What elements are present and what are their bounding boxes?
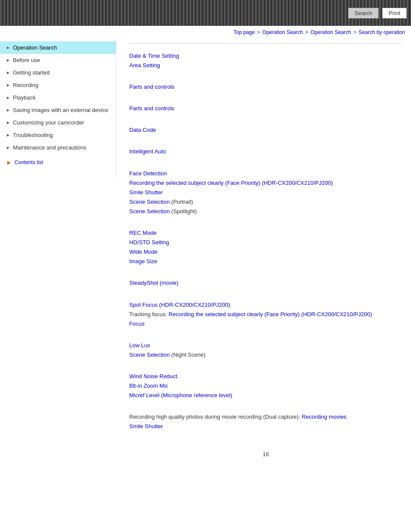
scene-selection-portrait-suffix: (Portrait) (170, 199, 193, 205)
sidebar: ► Operation Search ► Before use ► Gettin… (0, 39, 116, 178)
link-steadyshot[interactable]: SteadyShot (movie) (129, 278, 402, 288)
link-parts-controls-2[interactable]: Parts and controls (129, 104, 402, 113)
sidebar-item-saving-images[interactable]: ► Saving images with an external device (0, 104, 116, 116)
link-area-setting[interactable]: Area Setting (129, 61, 402, 70)
link-low-lux[interactable]: Low Lux (129, 341, 402, 350)
recording-high-quality-prefix: Recording high quality photos during mov… (129, 414, 302, 420)
link-tracking-focus[interactable]: Recording the selected subject clearly (… (168, 311, 372, 317)
search-button[interactable]: Search (348, 8, 379, 19)
link-wide-mode[interactable]: Wide Mode (129, 247, 402, 257)
sidebar-item-label: Customizing your camcorder (13, 119, 112, 126)
breadcrumb-op-search-2[interactable]: Operation Search (311, 29, 351, 35)
section-5: Intelligent Auto (129, 147, 402, 156)
scene-selection-night-line: Scene Selection (Night Scene) (129, 350, 402, 360)
link-recording-movies[interactable]: Recording movies (302, 414, 346, 420)
link-spot-focus[interactable]: Spot Focus (HDR-CX200/CX210/PJ200) (129, 300, 402, 310)
link-hd-std-setting[interactable]: HD/STD Setting (129, 238, 402, 247)
arrow-icon: ► (6, 45, 10, 50)
sidebar-item-label: Saving images with an external device (13, 107, 112, 113)
sidebar-item-label: Maintenance and precautions (13, 144, 112, 151)
section-9: Spot Focus (HDR-CX200/CX210/PJ200) Track… (129, 300, 402, 329)
link-parts-controls-1[interactable]: Parts and controls (129, 82, 402, 92)
sidebar-item-customizing[interactable]: ► Customizing your camcorder (0, 116, 116, 129)
section-3: Parts and controls (129, 104, 402, 113)
scene-selection-spotlight-suffix: (Spotlight) (170, 208, 197, 215)
link-scene-selection-spotlight[interactable]: Scene Selection (129, 208, 170, 215)
sidebar-item-operation-search[interactable]: ► Operation Search (0, 41, 116, 54)
scene-selection-portrait-line: Scene Selection (Portrait) (129, 197, 402, 207)
link-wind-noise[interactable]: Wind Noise Reduct. (129, 372, 402, 381)
breadcrumb-search-by-op[interactable]: Search by operation (359, 29, 405, 35)
link-intelligent-auto[interactable]: Intelligent Auto (129, 147, 402, 156)
contents-list-label: Contents list (15, 159, 43, 165)
sidebar-item-playback[interactable]: ► Playback (0, 91, 116, 104)
sidebar-item-maintenance[interactable]: ► Maintenance and precautions (0, 141, 116, 154)
breadcrumb-top[interactable]: Top page (234, 29, 255, 35)
breadcrumb-sep-1: > (257, 29, 262, 35)
arrow-right-icon: ► (6, 159, 12, 166)
breadcrumb-sep-3: > (353, 29, 358, 35)
link-image-size[interactable]: Image Size (129, 257, 402, 266)
scene-selection-spotlight-line: Scene Selection (Spotlight) (129, 207, 402, 216)
section-2: Parts and controls (129, 82, 402, 92)
sidebar-item-recording[interactable]: ► Recording (0, 79, 116, 91)
link-date-time-setting[interactable]: Date & Time Setting (129, 51, 402, 61)
sidebar-item-label: Before use (13, 57, 112, 63)
content-area: Date & Time Setting Area Setting Parts a… (116, 39, 411, 475)
scene-selection-night-suffix: (Night Scene) (170, 352, 206, 358)
sidebar-item-label: Getting started (13, 69, 112, 76)
section-4: Data Code (129, 125, 402, 135)
arrow-icon: ► (6, 83, 10, 87)
link-face-detection[interactable]: Face Detection (129, 169, 402, 178)
sidebar-item-before-use[interactable]: ► Before use (0, 54, 116, 66)
divider (129, 43, 402, 44)
arrow-icon: ► (6, 70, 10, 75)
link-scene-selection-portrait[interactable]: Scene Selection (129, 199, 170, 205)
link-recording-selected-subject[interactable]: Recording the selected subject clearly (… (129, 178, 402, 188)
link-blt-in-zoom-mic[interactable]: Blt-in Zoom Mic (129, 381, 402, 391)
section-1: Date & Time Setting Area Setting (129, 51, 402, 70)
breadcrumb-sep-2: > (305, 29, 310, 35)
arrow-icon: ► (6, 145, 10, 150)
link-smile-shutter-1[interactable]: Smile Shutter (129, 188, 402, 197)
section-10: Low Lux Scene Selection (Night Scene) (129, 341, 402, 360)
header-bar: Search Print (0, 0, 411, 26)
sidebar-item-label: Operation Search (13, 44, 112, 51)
page-number: 16 (129, 443, 402, 462)
recording-high-quality-line: Recording high quality photos during mov… (129, 412, 402, 422)
link-smile-shutter-2[interactable]: Smile Shutter (129, 422, 402, 431)
sidebar-item-label: Troubleshooting (13, 132, 112, 138)
link-focus[interactable]: Focus (129, 319, 402, 329)
tracking-focus-line: Tracking focus: Recording the selected s… (129, 310, 402, 319)
print-button[interactable]: Print (382, 8, 407, 19)
link-data-code[interactable]: Data Code (129, 125, 402, 135)
tracking-focus-prefix: Tracking focus: (129, 311, 168, 317)
section-8: SteadyShot (movie) (129, 278, 402, 288)
link-micref-level[interactable]: Micref Level (Microphone reference level… (129, 391, 402, 400)
section-12: Recording high quality photos during mov… (129, 412, 402, 431)
arrow-icon: ► (6, 58, 10, 62)
arrow-icon: ► (6, 108, 10, 112)
sidebar-item-getting-started[interactable]: ► Getting started (0, 66, 116, 79)
arrow-icon: ► (6, 133, 10, 137)
sidebar-item-label: Playback (13, 94, 112, 101)
contents-list-link[interactable]: ► Contents list (0, 156, 116, 169)
sidebar-item-troubleshooting[interactable]: ► Troubleshooting (0, 129, 116, 141)
section-11: Wind Noise Reduct. Blt-in Zoom Mic Micre… (129, 372, 402, 400)
arrow-icon: ► (6, 120, 10, 125)
breadcrumb: Top page > Operation Search > Operation … (0, 26, 411, 39)
link-rec-mode[interactable]: REC Mode (129, 228, 402, 238)
main-layout: ► Operation Search ► Before use ► Gettin… (0, 39, 411, 475)
arrow-icon: ► (6, 95, 10, 100)
breadcrumb-op-search-1[interactable]: Operation Search (262, 29, 303, 35)
link-scene-selection-night[interactable]: Scene Selection (129, 352, 170, 358)
sidebar-item-label: Recording (13, 82, 112, 88)
section-6: Face Detection Recording the selected su… (129, 169, 402, 216)
section-7: REC Mode HD/STD Setting Wide Mode Image … (129, 228, 402, 266)
